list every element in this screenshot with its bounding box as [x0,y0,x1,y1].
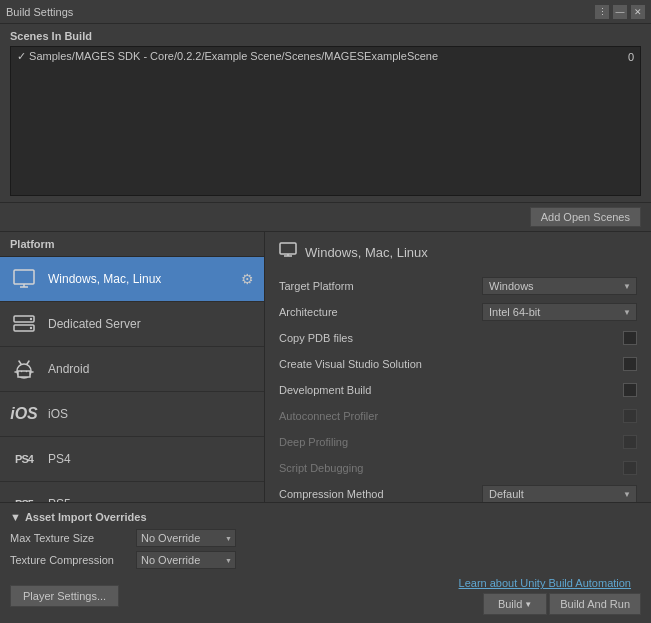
script-debugging-control [454,461,637,475]
vs-solution-label: Create Visual Studio Solution [279,358,454,370]
asset-row-max-texture: Max Texture Size No Override 32 64 128 2… [10,529,641,547]
bottom-area: ▼ Asset Import Overrides Max Texture Siz… [0,502,651,623]
settings-row-autoconnect-profiler: Autoconnect Profiler [279,406,637,426]
architecture-dropdown-wrapper: Intel 64-bit Intel 32-bit ARM 64 [482,303,637,321]
platform-item-ps5[interactable]: PS5 PS5 [0,482,264,502]
platform-name-ios: iOS [48,407,254,421]
vs-solution-checkbox[interactable] [623,357,637,371]
dev-build-control [454,383,637,397]
platform-list: Windows, Mac, Linux ⚙ Dedicated Server [0,257,264,502]
add-open-scenes-row: Add Open Scenes [0,203,651,231]
scenes-label: Scenes In Build [10,30,641,42]
deep-profiling-control [454,435,637,449]
monitor-icon [10,265,38,293]
player-settings-button[interactable]: Player Settings... [10,585,119,607]
server-icon [10,310,38,338]
autoconnect-profiler-control [454,409,637,423]
svg-point-5 [30,318,32,320]
compression-label: Compression Method [279,488,454,500]
scene-index: 0 [628,51,634,63]
autoconnect-profiler-checkbox [623,409,637,423]
learn-link[interactable]: Learn about Unity Build Automation [459,577,631,589]
main-container: Scenes In Build ✓ Samples/MAGES SDK - Co… [0,24,651,623]
ios-icon: iOS [10,400,38,428]
settings-row-script-debugging: Script Debugging [279,458,637,478]
platform-name-android: Android [48,362,254,376]
scene-path: Samples/MAGES SDK - Core/0.2.2/Example S… [29,50,438,62]
minimize-button[interactable]: — [613,5,627,19]
platform-item-windows-mac-linux[interactable]: Windows, Mac, Linux ⚙ [0,257,264,302]
platform-settings: Platform Windows, Mac, Linux ⚙ [0,231,651,502]
texture-compression-dropdown-wrapper: No Override Uncompressed Compressed [136,551,236,569]
deep-profiling-checkbox [623,435,637,449]
scenes-list: ✓ Samples/MAGES SDK - Core/0.2.2/Example… [10,46,641,196]
max-texture-select[interactable]: No Override 32 64 128 256 512 1024 2048 [136,529,236,547]
settings-row-target-platform: Target Platform Windows macOS Linux [279,276,637,296]
svg-rect-0 [14,270,34,284]
build-button-label: Build [498,598,522,610]
target-platform-select[interactable]: Windows macOS Linux [482,277,637,295]
script-debugging-label: Script Debugging [279,462,454,474]
settings-header: Windows, Mac, Linux [279,242,637,262]
target-platform-dropdown-wrapper: Windows macOS Linux [482,277,637,295]
build-and-run-button[interactable]: Build And Run [549,593,641,615]
target-platform-control: Windows macOS Linux [454,277,637,295]
settings-row-dev-build: Development Build [279,380,637,400]
close-button[interactable]: ✕ [631,5,645,19]
platform-name-ps5: PS5 [48,497,254,502]
svg-line-12 [19,361,21,364]
settings-row-copy-pdb: Copy PDB files [279,328,637,348]
max-texture-dropdown-wrapper: No Override 32 64 128 256 512 1024 2048 [136,529,236,547]
svg-point-15 [26,371,28,373]
platform-item-android[interactable]: Android [0,347,264,392]
add-open-scenes-button[interactable]: Add Open Scenes [530,207,641,227]
deep-profiling-label: Deep Profiling [279,436,454,448]
window-controls: ⋮ — ✕ [595,5,645,19]
settings-row-architecture: Architecture Intel 64-bit Intel 32-bit A… [279,302,637,322]
build-dropdown-arrow[interactable]: ▼ [524,600,532,609]
build-button[interactable]: Build ▼ [483,593,547,615]
compression-dropdown-wrapper: Default LZ4 LZ4HC [482,485,637,502]
compression-control: Default LZ4 LZ4HC [454,485,637,502]
platform-item-ios[interactable]: iOS iOS [0,392,264,437]
asset-row-texture-compression: Texture Compression No Override Uncompre… [10,551,641,569]
compression-select[interactable]: Default LZ4 LZ4HC [482,485,637,502]
android-icon [10,355,38,383]
platform-sidebar: Platform Windows, Mac, Linux ⚙ [0,232,265,502]
build-buttons-group: Build ▼ Build And Run [483,593,641,615]
copy-pdb-checkbox[interactable] [623,331,637,345]
gear-icon: ⚙ [241,271,254,287]
architecture-select[interactable]: Intel 64-bit Intel 32-bit ARM 64 [482,303,637,321]
platform-item-dedicated-server[interactable]: Dedicated Server [0,302,264,347]
asset-import-header[interactable]: ▼ Asset Import Overrides [10,511,641,523]
svg-point-6 [30,327,32,329]
bottom-buttons-row: Player Settings... Learn about Unity Bui… [10,577,641,615]
vs-solution-control [454,357,637,371]
platform-item-ps4[interactable]: PS4 PS4 [0,437,264,482]
autoconnect-profiler-label: Autoconnect Profiler [279,410,454,422]
copy-pdb-control [454,331,637,345]
settings-panel-title: Windows, Mac, Linux [305,245,428,260]
asset-import-label: Asset Import Overrides [25,511,147,523]
dev-build-checkbox[interactable] [623,383,637,397]
dev-build-label: Development Build [279,384,454,396]
texture-compression-select[interactable]: No Override Uncompressed Compressed [136,551,236,569]
settings-panel: Windows, Mac, Linux Target Platform Wind… [265,232,651,502]
svg-point-14 [21,371,23,373]
ps4-icon: PS4 [10,445,38,473]
max-texture-label: Max Texture Size [10,532,130,544]
scene-check: ✓ Samples/MAGES SDK - Core/0.2.2/Example… [17,50,438,63]
copy-pdb-label: Copy PDB files [279,332,454,344]
platform-header: Platform [0,232,264,257]
architecture-label: Architecture [279,306,454,318]
svg-rect-22 [280,243,296,254]
target-platform-label: Target Platform [279,280,454,292]
settings-row-compression: Compression Method Default LZ4 LZ4HC [279,484,637,502]
ps5-icon: PS5 [10,490,38,502]
architecture-control: Intel 64-bit Intel 32-bit ARM 64 [454,303,637,321]
settings-row-deep-profiling: Deep Profiling [279,432,637,452]
kebab-menu-button[interactable]: ⋮ [595,5,609,19]
settings-header-monitor-icon [279,242,297,262]
platform-name-dedicated-server: Dedicated Server [48,317,254,331]
scene-item[interactable]: ✓ Samples/MAGES SDK - Core/0.2.2/Example… [11,47,640,66]
